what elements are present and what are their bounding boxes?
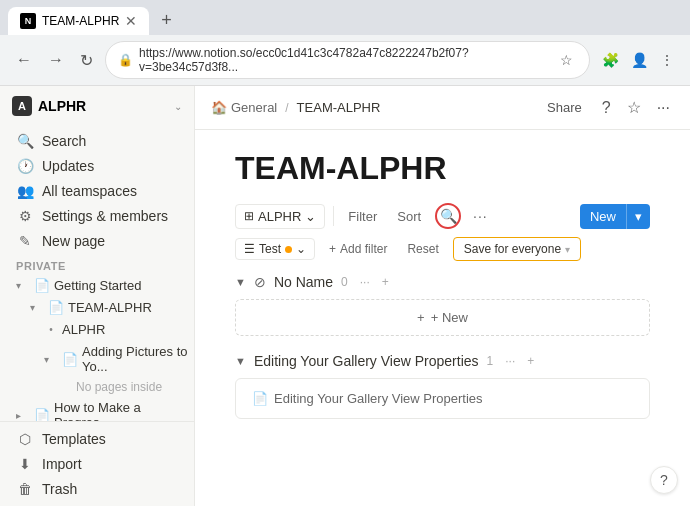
tab-close-btn[interactable]: ✕ xyxy=(125,14,137,28)
add-filter-icon: + xyxy=(329,242,336,256)
updates-icon: 🕐 xyxy=(16,158,34,174)
test-filter-label: Test xyxy=(259,242,281,256)
sidebar-item-new-page[interactable]: ✎ New page xyxy=(4,229,190,253)
address-bar: ← → ↻ 🔒 https://www.notion.so/ecc0c1d41c… xyxy=(0,35,690,85)
active-tab[interactable]: N TEAM-ALPHR ✕ xyxy=(8,7,149,35)
editing-card-title: Editing Your Gallery View Properties xyxy=(274,391,483,406)
workspace-chevron-icon: ⌄ xyxy=(174,101,182,112)
address-actions: 🧩 👤 ⋮ xyxy=(598,48,678,72)
sidebar-label-search: Search xyxy=(42,133,86,149)
tree-label-adding-pictures: Adding Pictures to Yo... xyxy=(82,344,190,374)
back-button[interactable]: ← xyxy=(12,47,36,73)
editing-group-chevron-icon: ▼ xyxy=(235,355,246,367)
editing-group-more-button[interactable]: ··· xyxy=(501,352,519,370)
url-bar[interactable]: 🔒 https://www.notion.so/ecc0c1d41c3c4782… xyxy=(105,41,590,79)
test-filter-chevron-icon: ⌄ xyxy=(296,242,306,256)
save-everyone-chevron-icon: ▾ xyxy=(565,244,570,255)
sidebar-item-trash[interactable]: 🗑 Trash xyxy=(4,477,190,501)
search-icon: 🔍 xyxy=(440,208,457,224)
sidebar-item-templates[interactable]: ⬡ Templates xyxy=(4,427,190,451)
sidebar-item-settings[interactable]: ⚙ Settings & members xyxy=(4,204,190,228)
sidebar-item-search[interactable]: 🔍 Search xyxy=(4,129,190,153)
editing-group-add-button[interactable]: + xyxy=(523,352,538,370)
filter-button[interactable]: Filter xyxy=(342,205,383,228)
gallery-group-editing: ▼ Editing Your Gallery View Properties 1… xyxy=(235,352,650,419)
gallery-add-card[interactable]: + + New xyxy=(235,299,650,336)
help-circle-icon[interactable]: ? xyxy=(598,95,615,121)
gallery-view-icon: ⊞ xyxy=(244,209,254,223)
sidebar-label-templates: Templates xyxy=(42,431,106,447)
page-title: TEAM-ALPHR xyxy=(235,150,650,187)
favorite-icon[interactable]: ☆ xyxy=(623,94,645,121)
share-button[interactable]: Share xyxy=(539,96,590,119)
group-add-button[interactable]: + xyxy=(378,273,393,291)
forward-button[interactable]: → xyxy=(44,47,68,73)
tree-item-how-to-make[interactable]: ▸ 📄 How to Make a Progres... xyxy=(4,397,190,421)
editing-group-actions: ··· + xyxy=(501,352,538,370)
tree-label-team-alphr: TEAM-ALPHR xyxy=(68,300,152,315)
import-icon: ⬇ xyxy=(16,456,34,472)
sidebar-item-updates[interactable]: 🕐 Updates xyxy=(4,154,190,178)
adding-pictures-doc-icon: 📄 xyxy=(62,352,78,367)
new-entry-button[interactable]: New ▾ xyxy=(580,204,650,229)
browser-chrome: N TEAM-ALPHR ✕ + ← → ↻ 🔒 https://www.not… xyxy=(0,0,690,86)
tree-item-adding-pictures[interactable]: ▾ 📄 Adding Pictures to Yo... xyxy=(32,341,190,377)
sidebar-label-updates: Updates xyxy=(42,158,94,174)
sidebar-bottom: ⬡ Templates ⬇ Import 🗑 Trash xyxy=(0,421,194,506)
group-no-name-icon: ⊘ xyxy=(254,274,266,290)
test-filter-tag[interactable]: ☰ Test ⌄ xyxy=(235,238,315,260)
tree-label-alphr: ALPHR xyxy=(62,322,105,337)
help-button[interactable]: ? xyxy=(650,466,678,494)
browser-menu-icon[interactable]: ⋮ xyxy=(656,48,678,72)
editing-gallery-card[interactable]: 📄 Editing Your Gallery View Properties xyxy=(235,378,650,419)
how-to-make-chevron-icon: ▸ xyxy=(16,410,30,421)
add-filter-label: Add filter xyxy=(340,242,387,256)
sidebar-item-import[interactable]: ⬇ Import xyxy=(4,452,190,476)
breadcrumb-separator: / xyxy=(285,101,288,115)
add-filter-button[interactable]: + Add filter xyxy=(323,239,393,259)
sort-button[interactable]: Sort xyxy=(391,205,427,228)
editing-group-name-label: Editing Your Gallery View Properties xyxy=(254,353,479,369)
new-button-arrow-icon: ▾ xyxy=(626,204,650,229)
sidebar-item-teamspaces[interactable]: 👥 All teamspaces xyxy=(4,179,190,203)
tree-item-alphr[interactable]: • ALPHR xyxy=(32,319,190,340)
new-tab-button[interactable]: + xyxy=(153,6,180,35)
add-card-label: + New xyxy=(431,310,468,325)
browser-window: N TEAM-ALPHR ✕ + ← → ↻ 🔒 https://www.not… xyxy=(0,0,690,506)
search-circle-button[interactable]: 🔍 xyxy=(435,203,461,229)
new-btn-container: New ▾ xyxy=(580,204,650,229)
db-view-button[interactable]: ⊞ ALPHR ⌄ xyxy=(235,204,325,229)
workspace-name: ALPHR xyxy=(38,98,168,114)
tab-favicon: N xyxy=(20,13,36,29)
breadcrumb-current: TEAM-ALPHR xyxy=(297,100,381,115)
new-page-icon: ✎ xyxy=(16,233,34,249)
team-alphr-chevron-icon: ▾ xyxy=(30,302,44,313)
trash-icon: 🗑 xyxy=(16,481,34,497)
editing-card-icon: 📄 xyxy=(252,391,268,406)
group-more-button[interactable]: ··· xyxy=(356,273,374,291)
extensions-icon[interactable]: 🧩 xyxy=(598,48,623,72)
workspace-header[interactable]: A ALPHR ⌄ xyxy=(0,86,194,126)
app-layout: A ALPHR ⌄ 🔍 Search 🕐 Updates 👥 All teams… xyxy=(0,86,690,506)
tree-item-getting-started[interactable]: ▾ 📄 Getting Started xyxy=(4,275,190,296)
new-button-label: New xyxy=(580,204,626,229)
getting-started-children: ▾ 📄 TEAM-ALPHR • ALPHR ▾ 📄 Adding Pictur… xyxy=(0,297,194,396)
bookmark-star-icon[interactable]: ☆ xyxy=(556,48,577,72)
how-to-make-doc-icon: 📄 xyxy=(34,408,50,422)
save-everyone-button[interactable]: Save for everyone ▾ xyxy=(453,237,581,261)
sidebar: A ALPHR ⌄ 🔍 Search 🕐 Updates 👥 All teams… xyxy=(0,86,195,506)
tab-title: TEAM-ALPHR xyxy=(42,14,119,28)
profile-icon[interactable]: 👤 xyxy=(627,48,652,72)
getting-started-chevron-icon: ▾ xyxy=(16,280,30,291)
reload-button[interactable]: ↻ xyxy=(76,47,97,74)
tree-item-team-alphr[interactable]: ▾ 📄 TEAM-ALPHR xyxy=(18,297,190,318)
db-more-button[interactable]: ··· xyxy=(469,204,492,228)
settings-icon: ⚙ xyxy=(16,208,34,224)
private-section-label: Private xyxy=(0,254,194,274)
more-options-icon[interactable]: ··· xyxy=(653,95,674,121)
group-actions: ··· + xyxy=(356,273,393,291)
alphr-bullet-icon: • xyxy=(44,324,58,335)
breadcrumb-parent[interactable]: 🏠 General xyxy=(211,100,277,115)
database-toolbar: ⊞ ALPHR ⌄ Filter Sort 🔍 ··· New ▾ xyxy=(235,203,650,229)
reset-filter-button[interactable]: Reset xyxy=(401,239,444,259)
